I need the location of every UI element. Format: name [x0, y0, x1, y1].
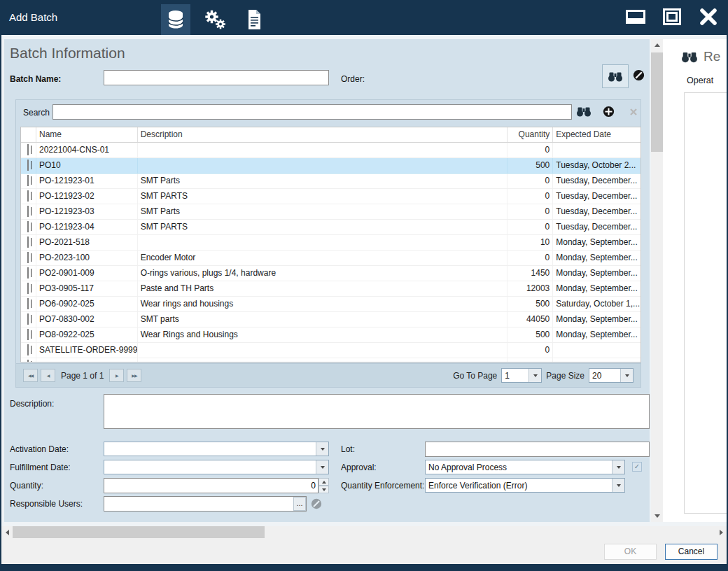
horizontal-scroll-thumb[interactable] [13, 526, 265, 538]
expand-icon[interactable] [27, 329, 29, 340]
cell-quantity: 0 [507, 251, 553, 265]
search-label: Search [23, 108, 50, 118]
table-row[interactable]: PO8-0922-025 Wear Rings and Housings 500… [21, 327, 640, 343]
last-page-button[interactable] [127, 369, 141, 382]
settings-toolbar-button[interactable] [200, 4, 230, 35]
browse-users-button[interactable]: ... [293, 497, 306, 511]
expand-icon[interactable] [27, 221, 29, 232]
users-clear-button[interactable] [311, 498, 322, 509]
description-textarea[interactable] [104, 394, 650, 429]
vertical-scroll-thumb[interactable] [651, 52, 663, 152]
cancel-button[interactable]: Cancel [665, 544, 718, 560]
chevron-down-icon [612, 479, 624, 492]
add-order-button[interactable] [603, 106, 615, 118]
table-row[interactable]: PO10 500 Tuesday, October 2... [21, 158, 640, 174]
quantity-input[interactable] [104, 478, 318, 493]
batch-name-input[interactable] [104, 70, 329, 85]
maximize-button[interactable] [657, 3, 687, 31]
cell-description [138, 143, 508, 157]
remove-order-button[interactable] [629, 108, 638, 116]
order-label: Order: [341, 74, 365, 84]
expand-icon[interactable] [27, 267, 29, 279]
table-row[interactable]: PO-2021-518 10 Monday, September... [21, 235, 640, 251]
expand-cell [21, 312, 36, 327]
expand-icon[interactable] [27, 360, 29, 362]
cell-description: SMT Parts [138, 204, 508, 219]
table-row[interactable]: SATELLITE-ORDER-9999 0 [21, 343, 640, 358]
expand-icon[interactable] [27, 190, 29, 202]
responsible-users-input[interactable] [104, 496, 307, 512]
spin-up-button[interactable] [318, 478, 329, 486]
activation-date-select[interactable] [104, 442, 329, 456]
right-panel-subtitle: Operat [687, 76, 713, 85]
ok-button[interactable]: OK [604, 544, 657, 560]
chevron-down-icon [316, 460, 328, 474]
horizontal-scrollbar[interactable] [1, 526, 727, 538]
scroll-left-button[interactable] [1, 526, 13, 538]
expand-icon[interactable] [27, 252, 29, 263]
document-toolbar-button[interactable] [239, 4, 269, 35]
goto-page-select[interactable]: 1 [501, 368, 542, 383]
batch-name-label: Batch Name: [10, 74, 61, 84]
spin-down-button[interactable] [318, 486, 329, 493]
cell-quantity: 0 [507, 174, 553, 188]
approval-label: Approval: [341, 463, 377, 472]
add-batch-window: Add Batch [0, 0, 728, 571]
next-page-button[interactable] [109, 369, 124, 382]
lot-input[interactable] [425, 442, 650, 457]
cell-description [138, 343, 508, 358]
table-row[interactable]: PO3-0905-117 Paste and TH Parts 12003 Mo… [21, 281, 640, 297]
scroll-up-button[interactable] [651, 39, 663, 51]
minimize-button[interactable] [620, 3, 651, 31]
approval-check-icon[interactable] [632, 462, 642, 472]
expand-icon[interactable] [27, 344, 29, 355]
order-search-button[interactable] [602, 64, 629, 88]
expand-icon[interactable] [27, 313, 29, 325]
goto-page-label: Go To Page [453, 371, 497, 381]
search-input[interactable] [52, 104, 572, 120]
table-row[interactable]: PO-2023-100 Encoder Motor 0 Monday, Sept… [21, 251, 640, 266]
expand-icon[interactable] [27, 237, 29, 248]
gears-icon [204, 9, 226, 30]
table-row[interactable]: 20221004-CNS-01 0 [21, 143, 640, 158]
scroll-right-button[interactable] [715, 526, 727, 538]
fulfillment-date-select[interactable] [104, 460, 329, 474]
approval-select[interactable]: No Approval Process [425, 460, 625, 474]
first-page-button[interactable] [23, 369, 38, 382]
expand-icon[interactable] [27, 175, 29, 186]
cell-quantity: 10 [507, 235, 553, 250]
expand-icon[interactable] [27, 144, 29, 155]
table-row[interactable]: PO7-0830-002 SMT parts 44050 Monday, Sep… [21, 312, 640, 327]
cell-expected-date: Monday, September... [553, 312, 640, 327]
table-row[interactable]: PO6-0902-025 Wear rings and housings 500… [21, 297, 640, 312]
table-row[interactable]: WO-180905-03 20000 Monday, September... [21, 358, 640, 362]
column-header-quantity[interactable]: Quantity [507, 127, 553, 142]
column-header-expected-date[interactable]: Expected Date [553, 127, 640, 142]
vertical-scrollbar[interactable] [651, 39, 663, 522]
table-row[interactable]: PO2-0901-009 O-rings various, plugs 1/4,… [21, 266, 640, 281]
cell-quantity: 500 [507, 327, 553, 342]
table-row[interactable]: PO-121923-04 SMT PARTS 0 Tuesday, Decemb… [21, 220, 640, 235]
column-header-name[interactable]: Name [36, 127, 138, 142]
table-row[interactable]: PO-121923-02 SMT PARTS 0 Tuesday, Decemb… [21, 189, 640, 204]
expand-icon[interactable] [27, 206, 29, 217]
expand-icon[interactable] [27, 298, 29, 309]
chevron-down-icon [620, 369, 633, 382]
cell-description: O-rings various, plugs 1/4, hardware [138, 266, 508, 281]
table-row[interactable]: PO-121923-01 SMT Parts 0 Tuesday, Decemb… [21, 174, 640, 189]
expand-cell [21, 189, 36, 204]
expand-icon[interactable] [27, 283, 29, 294]
close-button[interactable] [693, 3, 724, 31]
search-button[interactable] [576, 106, 592, 117]
table-row[interactable]: PO-121923-03 SMT Parts 0 Tuesday, Decemb… [21, 204, 640, 220]
cell-description [138, 358, 508, 362]
column-header-description[interactable]: Description [138, 127, 508, 142]
order-clear-button[interactable] [633, 69, 645, 81]
page-size-select[interactable]: 20 [589, 368, 634, 383]
batches-toolbar-button[interactable] [161, 4, 190, 35]
quantity-enforcement-select[interactable]: Enforce Verification (Error) [425, 478, 625, 493]
previous-page-button[interactable] [41, 369, 55, 382]
scroll-down-button[interactable] [651, 510, 663, 522]
binoculars-icon [576, 106, 592, 117]
expand-icon[interactable] [27, 160, 29, 171]
